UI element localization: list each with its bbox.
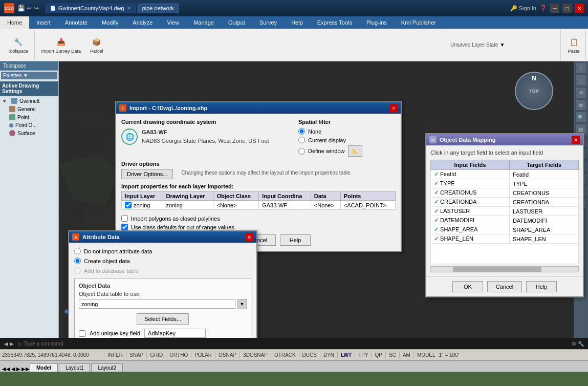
tab-express-tools[interactable]: Express Tools bbox=[310, 16, 359, 29]
layer-select[interactable]: ▼ bbox=[499, 42, 505, 48]
odm-row[interactable]: ✓ FeatId FeatId bbox=[431, 170, 579, 179]
odm-cell-target[interactable]: FeatId bbox=[509, 170, 578, 179]
layout-next-one[interactable]: ▶ bbox=[16, 366, 20, 372]
odm-row[interactable]: ✓ CREATIONUS CREATIONUS bbox=[431, 188, 579, 198]
status-dyn[interactable]: DYN bbox=[320, 352, 338, 358]
tab-annotate[interactable]: Annotate bbox=[58, 16, 95, 29]
odm-row[interactable]: ✓ TYPE TYPE bbox=[431, 179, 579, 188]
odm-cell-target[interactable]: LASTUSER bbox=[509, 207, 578, 216]
tab-manage[interactable]: Manage bbox=[186, 16, 221, 29]
add-key-checkbox[interactable] bbox=[79, 330, 85, 337]
odm-cell-target[interactable]: TYPE bbox=[509, 179, 578, 188]
status-model[interactable]: MODEL bbox=[414, 352, 439, 358]
table-row[interactable]: zoning zoning <None> GA83-WF <None> <ACA… bbox=[122, 201, 396, 210]
layout-prev-one[interactable]: ◀ bbox=[11, 366, 15, 372]
tab-home[interactable]: Home bbox=[0, 16, 29, 29]
parcel-btn[interactable]: 📦 Parcel bbox=[86, 34, 107, 56]
attr-create-radio[interactable] bbox=[74, 258, 81, 264]
spatial-current-row[interactable]: Current display bbox=[298, 137, 396, 143]
odm-row[interactable]: ✓ SHAPE_LEN SHAPE_LEN bbox=[431, 234, 579, 244]
check-polygons[interactable] bbox=[121, 215, 128, 222]
quick-access[interactable]: 💾 ↩ ↪ bbox=[17, 5, 39, 12]
tab-gwinnett-close[interactable]: ✕ bbox=[127, 6, 131, 11]
rt-btn-4[interactable]: ⊕ bbox=[575, 99, 586, 111]
key-input[interactable] bbox=[144, 329, 206, 338]
spatial-none-radio[interactable] bbox=[298, 128, 305, 135]
table-dropdown-arrow[interactable]: ▼ bbox=[237, 299, 247, 309]
spatial-define-radio[interactable] bbox=[298, 148, 305, 155]
status-am[interactable]: AM bbox=[400, 352, 414, 358]
ts-gwinnett[interactable]: ▼ Gwinnett bbox=[1, 97, 57, 105]
rt-btn-1[interactable]: ↑ bbox=[575, 62, 586, 74]
odm-cell-input[interactable]: ✓ SHAPE_AREA bbox=[431, 225, 510, 234]
tab-analyze[interactable]: Analyze bbox=[125, 16, 160, 29]
status-lwt[interactable]: LWT bbox=[338, 352, 355, 358]
layout-tab-layout1[interactable]: Layout1 bbox=[59, 363, 91, 372]
paste-btn[interactable]: 📋 Paste bbox=[564, 34, 583, 56]
odm-cancel-button[interactable]: Cancel bbox=[487, 281, 522, 292]
odm-cell-target[interactable]: SHAPE_AREA bbox=[509, 225, 578, 234]
status-grid[interactable]: GRID bbox=[147, 352, 166, 358]
command-nav[interactable]: ◀ ▶ bbox=[4, 341, 14, 347]
sign-in-link[interactable]: 🔑 Sign In bbox=[510, 5, 536, 12]
tab-modify[interactable]: Modify bbox=[95, 16, 125, 29]
attr-dialog-close-button[interactable]: ✕ bbox=[245, 233, 253, 241]
odm-cell-input[interactable]: ✓ DATEMODIFI bbox=[431, 216, 510, 225]
odm-cell-input[interactable]: ✓ TYPE bbox=[431, 179, 510, 188]
import-survey-btn[interactable]: 📥 Import Survey Data bbox=[38, 34, 85, 56]
odm-row[interactable]: ✓ LASTUSER LASTUSER bbox=[431, 207, 579, 216]
layout-prev[interactable]: ◀◀ bbox=[2, 366, 10, 372]
layout-next[interactable]: ▶▶ bbox=[21, 366, 30, 372]
spatial-define-row[interactable]: Define window 📐 bbox=[298, 145, 396, 157]
status-osnap[interactable]: OSNAP bbox=[215, 352, 240, 358]
status-polar[interactable]: POLAR bbox=[191, 352, 215, 358]
odm-cell-input[interactable]: ✓ CREATIONUS bbox=[431, 188, 510, 198]
ts-general[interactable]: General bbox=[1, 105, 57, 113]
checkbox-cell[interactable]: zoning bbox=[125, 202, 160, 208]
status-qp[interactable]: QP bbox=[372, 352, 386, 358]
tab-help[interactable]: Help bbox=[284, 16, 310, 29]
check-defaults-row[interactable]: Use class defaults for out of range valu… bbox=[121, 224, 396, 230]
table-dropdown-input[interactable] bbox=[79, 299, 235, 309]
attr-add-db-row[interactable]: Add to database table bbox=[74, 267, 251, 274]
layout-tab-layout2[interactable]: Layout2 bbox=[91, 363, 123, 372]
status-ortho[interactable]: ORTHO bbox=[166, 352, 191, 358]
odm-row[interactable]: ✓ SHAPE_AREA SHAPE_AREA bbox=[431, 225, 579, 234]
define-window-button[interactable]: 📐 bbox=[348, 145, 362, 157]
close-button[interactable]: ✕ bbox=[575, 4, 584, 13]
select-fields-button[interactable]: Select Fields... bbox=[137, 313, 189, 325]
rt-btn-3[interactable]: ⟲ bbox=[575, 87, 586, 98]
status-sc[interactable]: SC bbox=[386, 352, 400, 358]
tab-gwinnett[interactable]: 📄 GwinnettCountyMap4.dwg ✕ bbox=[45, 3, 136, 13]
command-icons[interactable]: ⚙ 🔧 bbox=[572, 341, 584, 347]
spatial-current-radio[interactable] bbox=[298, 137, 305, 143]
spatial-none-row[interactable]: None bbox=[298, 128, 396, 135]
tab-pipe[interactable]: pipe network bbox=[137, 3, 179, 13]
rt-btn-5[interactable]: 🔍 bbox=[575, 112, 586, 123]
check-polygons-row[interactable]: Import polygons as closed polylines bbox=[121, 215, 396, 222]
status-tpy[interactable]: TPY bbox=[355, 352, 372, 358]
status-3dosnap[interactable]: 3DOSNAP bbox=[240, 352, 271, 358]
maximize-button[interactable]: □ bbox=[562, 4, 572, 13]
tab-kml-publisher[interactable]: Kml Publisher bbox=[394, 16, 443, 29]
odm-cell-input[interactable]: ✓ FeatId bbox=[431, 170, 510, 179]
layout-tab-model[interactable]: Model bbox=[30, 363, 58, 372]
row-checkbox[interactable] bbox=[125, 202, 132, 208]
attr-no-import-radio[interactable] bbox=[74, 248, 81, 254]
toolspace-btn[interactable]: 🔧 Toolspace bbox=[4, 34, 32, 56]
odm-cell-target[interactable]: DATEMODIFI bbox=[509, 216, 578, 225]
odm-cell-target[interactable]: CREATIONDA bbox=[509, 198, 578, 207]
odm-dialog-close-button[interactable]: ✕ bbox=[572, 136, 580, 144]
attr-create-row[interactable]: Create object data bbox=[74, 258, 251, 264]
odm-ok-button[interactable]: OK bbox=[452, 281, 483, 292]
help-icon[interactable]: ❓ bbox=[539, 5, 547, 12]
odm-row[interactable]: ✓ DATEMODIFI DATEMODIFI bbox=[431, 216, 579, 225]
status-otrack[interactable]: OTRACK bbox=[271, 352, 299, 358]
minimize-button[interactable]: ─ bbox=[550, 4, 559, 13]
tab-output[interactable]: Output bbox=[221, 16, 252, 29]
tab-insert[interactable]: Insert bbox=[29, 16, 58, 29]
ts-pointo[interactable]: Point O... bbox=[1, 121, 57, 129]
odm-cell-input[interactable]: ✓ CREATIONDA bbox=[431, 198, 510, 207]
status-infer[interactable]: INFER bbox=[104, 352, 126, 358]
import-help-button[interactable]: Help bbox=[280, 234, 311, 246]
